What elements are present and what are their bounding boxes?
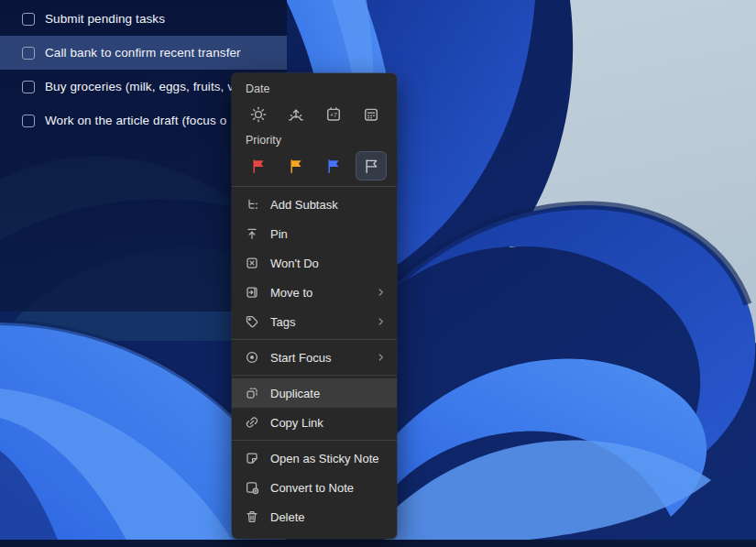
- task-checkbox[interactable]: [22, 115, 35, 127]
- menu-item-add-subtask[interactable]: Add Subtask: [232, 190, 397, 219]
- sticky-note-icon: [245, 451, 259, 465]
- delete-icon: [245, 509, 259, 524]
- task-row[interactable]: Submit pending tasks: [0, 2, 287, 36]
- menu-item-label: Convert to Note: [270, 481, 388, 495]
- priority-option-medium[interactable]: [281, 152, 311, 180]
- calendar-plus7-icon: +7: [325, 106, 342, 123]
- calendar-grid-icon: [363, 106, 379, 123]
- menu-item-delete[interactable]: Delete: [232, 502, 397, 531]
- menu-item-copy-link[interactable]: Copy Link: [232, 408, 397, 437]
- menu-item-convert-to-note[interactable]: Convert to Note: [232, 473, 397, 502]
- menu-item-tags[interactable]: Tags: [232, 307, 397, 336]
- task-label: Work on the article draft (focus o: [45, 114, 226, 127]
- task-label: Submit pending tasks: [45, 12, 165, 26]
- menu-item-label: Move to: [270, 286, 364, 300]
- menu-item-label: Delete: [270, 510, 388, 524]
- flag-high-icon: [251, 159, 267, 174]
- task-row[interactable]: Call bank to confirm recent transfer: [0, 36, 287, 70]
- date-option-next-week[interactable]: +7: [319, 101, 348, 128]
- menu-item-label: Duplicate: [270, 387, 388, 400]
- duplicate-icon: [245, 386, 259, 400]
- menu-item-duplicate[interactable]: Duplicate: [232, 378, 397, 408]
- priority-option-none[interactable]: [356, 152, 386, 180]
- task-label: Call bank to confirm recent transfer: [45, 46, 241, 60]
- wont-do-icon: [245, 256, 259, 270]
- flag-medium-icon: [289, 159, 304, 174]
- menu-item-pin[interactable]: Pin: [232, 219, 397, 248]
- start-focus-icon: [245, 350, 259, 365]
- task-checkbox[interactable]: [22, 13, 35, 26]
- menu-item-label: Copy Link: [270, 416, 388, 430]
- chevron-right-icon: [375, 351, 388, 364]
- menu-item-start-focus[interactable]: Start Focus: [232, 343, 397, 372]
- chevron-right-icon: [375, 315, 388, 328]
- priority-option-high[interactable]: [244, 152, 273, 180]
- pin-icon: [245, 226, 259, 241]
- menu-item-label: Add Subtask: [270, 198, 388, 212]
- menu-item-open-as-sticky-note[interactable]: Open as Sticky Note: [232, 443, 397, 473]
- menu-item-label: Pin: [270, 227, 388, 241]
- flag-low-icon: [326, 159, 342, 174]
- menu-item-label: Won't Do: [270, 257, 388, 270]
- date-section-label: Date: [232, 81, 397, 97]
- task-label: Buy groceries (milk, eggs, fruits, v: [45, 80, 234, 93]
- screenshot-root: Submit pending tasks Call bank to confir…: [0, 0, 756, 547]
- task-checkbox[interactable]: [22, 81, 35, 93]
- menu-separator: [232, 440, 397, 441]
- menu-item-label: Start Focus: [270, 351, 364, 365]
- menu-separator: [232, 339, 397, 340]
- svg-text:+7: +7: [330, 112, 337, 118]
- priority-option-low[interactable]: [319, 152, 348, 180]
- menu-item-label: Tags: [270, 315, 364, 329]
- flag-none-icon: [364, 159, 379, 174]
- task-context-menu: Date: [232, 73, 397, 539]
- sunrise-icon: [288, 106, 304, 123]
- menu-item-move-to[interactable]: Move to: [232, 278, 397, 307]
- date-option-pick-date[interactable]: [356, 101, 386, 128]
- date-option-tomorrow[interactable]: [281, 101, 311, 128]
- task-checkbox[interactable]: [22, 47, 35, 60]
- menu-separator: [232, 186, 397, 187]
- priority-options-row: [232, 148, 397, 183]
- menu-item-label: Open as Sticky Note: [270, 452, 388, 465]
- date-options-row: +7: [232, 97, 397, 132]
- copy-link-icon: [245, 415, 259, 430]
- convert-to-note-icon: [245, 480, 259, 495]
- move-to-icon: [245, 285, 259, 300]
- menu-item-wont-do[interactable]: Won't Do: [232, 248, 397, 278]
- tags-icon: [245, 314, 259, 329]
- sun-icon: [250, 106, 267, 123]
- chevron-right-icon: [375, 286, 388, 299]
- add-subtask-icon: [245, 197, 259, 212]
- menu-separator: [232, 375, 397, 376]
- date-option-today[interactable]: [244, 101, 273, 128]
- priority-section-label: Priority: [232, 132, 397, 148]
